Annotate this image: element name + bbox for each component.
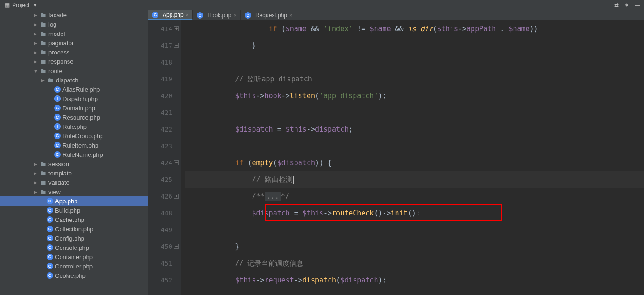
close-icon[interactable]: × xyxy=(186,12,189,18)
tree-item-facade[interactable]: ▶🖿facade xyxy=(0,10,148,20)
tree-arrow-icon[interactable]: ▶ xyxy=(34,22,39,27)
tree-arrow-icon[interactable]: ▶ xyxy=(34,13,39,18)
code-line[interactable]: // 记录当前调度信息 xyxy=(185,255,644,272)
tab-hook-php[interactable]: CHook.php× xyxy=(193,10,241,20)
code-line[interactable] xyxy=(185,54,644,71)
fold-collapse-icon[interactable]: − xyxy=(174,43,179,48)
code-line[interactable]: // 路由检测 xyxy=(185,171,644,188)
code-line[interactable]: if ($name && 'index' != $name && is_dir(… xyxy=(185,20,644,37)
php-file-icon: C xyxy=(54,86,61,93)
gear-icon[interactable]: ✶ xyxy=(624,2,629,8)
tree-item-label: Cache.php xyxy=(55,216,84,223)
folder-icon: 🖿 xyxy=(39,39,47,47)
line-number: 448 xyxy=(148,205,172,221)
tree-arrow-icon[interactable]: ▶ xyxy=(34,189,39,194)
tree-arrow-icon[interactable]: ▶ xyxy=(34,40,39,46)
tree-arrow-icon[interactable]: ▶ xyxy=(34,50,39,55)
tree-item-aliasrule-php[interactable]: CAliasRule.php xyxy=(0,85,148,94)
settings-icon[interactable]: ⇄ xyxy=(614,2,619,8)
tree-item-cache-php[interactable]: CCache.php xyxy=(0,215,148,224)
tree-item-label: model xyxy=(48,30,65,37)
tree-item-process[interactable]: ▶🖿process xyxy=(0,47,148,57)
tab-request-php[interactable]: CRequest.php× xyxy=(241,10,297,20)
code-line[interactable]: /**...*/ xyxy=(185,188,644,205)
tree-item-label: Controller.php xyxy=(55,263,93,270)
tree-item-label: Container.php xyxy=(55,254,93,261)
tree-item-collection-php[interactable]: CCollection.php xyxy=(0,224,148,234)
fold-collapse-icon[interactable]: − xyxy=(174,160,179,165)
tree-item-validate[interactable]: ▶🖿validate xyxy=(0,178,148,187)
code-editor[interactable]: 414+417−418419420421422423424−425426+448… xyxy=(148,20,644,295)
fold-collapse-icon[interactable]: − xyxy=(174,244,179,249)
tree-item-session[interactable]: ▶🖿session xyxy=(0,159,148,168)
code-line[interactable]: } xyxy=(185,37,644,54)
fold-expand-icon[interactable]: + xyxy=(174,26,179,31)
tree-item-ruleitem-php[interactable]: CRuleItem.php xyxy=(0,141,148,150)
tree-item-domain-php[interactable]: CDomain.php xyxy=(0,103,148,113)
code-line[interactable]: $this->hook->listen('app_dispatch'); xyxy=(185,87,644,104)
fold-expand-icon[interactable]: + xyxy=(174,194,179,199)
tree-item-resource-php[interactable]: CResource.php xyxy=(0,113,148,122)
line-number: 417− xyxy=(148,37,172,54)
tree-item-rulegroup-php[interactable]: CRuleGroup.php xyxy=(0,131,148,141)
php-file-icon: C xyxy=(197,12,203,19)
code-line[interactable]: $dispatch = $this->routeCheck()->init(); xyxy=(185,205,644,221)
tree-item-build-php[interactable]: CBuild.php xyxy=(0,206,148,215)
line-number: 424− xyxy=(148,154,172,171)
code-line[interactable] xyxy=(185,104,644,121)
tree-item-response[interactable]: ▶🖿response xyxy=(0,57,148,66)
close-icon[interactable]: × xyxy=(289,13,292,18)
code-line[interactable] xyxy=(185,138,644,154)
php-file-icon: C xyxy=(47,235,53,241)
tree-item-log[interactable]: ▶🖿log xyxy=(0,20,148,29)
collapse-icon[interactable]: — xyxy=(635,2,640,8)
code-line[interactable]: $dispatch = $this->dispatch; xyxy=(185,121,644,138)
tree-arrow-icon[interactable]: ▶ xyxy=(41,78,47,83)
tree-item-view[interactable]: ▶🖿view xyxy=(0,187,148,196)
line-number: 451 xyxy=(148,255,172,272)
tree-item-label: view xyxy=(48,188,61,195)
code-line[interactable] xyxy=(185,288,644,295)
line-number: 421 xyxy=(148,104,172,121)
tree-item-template[interactable]: ▶🖿template xyxy=(0,168,148,178)
tree-item-label: paginator xyxy=(48,40,74,47)
tree-item-route[interactable]: ▼🖿route xyxy=(0,66,148,75)
tree-arrow-icon[interactable]: ▶ xyxy=(34,59,39,64)
tree-item-container-php[interactable]: CContainer.php xyxy=(0,252,148,261)
tree-arrow-icon[interactable]: ▶ xyxy=(34,31,39,36)
php-file-icon: C xyxy=(152,12,158,18)
tree-item-config-php[interactable]: CConfig.php xyxy=(0,234,148,243)
tree-arrow-icon[interactable]: ▶ xyxy=(34,161,39,167)
code-line[interactable]: $this->request->dispatch($dispatch); xyxy=(185,272,644,288)
code-line[interactable]: // 监听app_dispatch xyxy=(185,71,644,87)
tree-item-paginator[interactable]: ▶🖿paginator xyxy=(0,38,148,47)
project-sidebar[interactable]: ▶🖿facade▶🖿log▶🖿model▶🖿paginator▶🖿process… xyxy=(0,10,148,295)
tree-item-rulename-php[interactable]: CRuleName.php xyxy=(0,150,148,159)
tree-arrow-icon[interactable]: ▶ xyxy=(34,180,39,185)
tree-item-label: AliasRule.php xyxy=(62,86,100,93)
code-line[interactable]: if (empty($dispatch)) { xyxy=(185,154,644,171)
line-number: 420 xyxy=(148,87,172,104)
tab-app-php[interactable]: CApp.php× xyxy=(148,10,193,20)
tree-item-rule-php[interactable]: IRule.php xyxy=(0,122,148,131)
tree-item-label: log xyxy=(48,21,56,28)
tree-item-console-php[interactable]: CConsole.php xyxy=(0,243,148,252)
code-line[interactable]: } xyxy=(185,238,644,255)
line-number: 418 xyxy=(148,54,172,71)
tree-arrow-icon[interactable]: ▼ xyxy=(34,68,39,74)
tree-item-model[interactable]: ▶🖿model xyxy=(0,29,148,38)
tree-item-dispatch-php[interactable]: IDispatch.php xyxy=(0,94,148,103)
code-content[interactable]: if ($name && 'index' != $name && is_dir(… xyxy=(181,20,644,295)
tree-item-controller-php[interactable]: CController.php xyxy=(0,261,148,271)
tree-item-label: Rule.php xyxy=(62,123,87,130)
project-label[interactable]: Project xyxy=(12,2,29,8)
tree-arrow-icon[interactable]: ▶ xyxy=(34,171,39,176)
chevron-down-icon[interactable]: ▼ xyxy=(33,3,37,7)
tree-item-cookie-php[interactable]: CCookie.php xyxy=(0,271,148,280)
code-line[interactable] xyxy=(185,221,644,238)
close-icon[interactable]: × xyxy=(234,13,237,18)
tree-item-app-php[interactable]: CApp.php xyxy=(0,196,148,206)
line-gutter: 414+417−418419420421422423424−425426+448… xyxy=(148,20,181,295)
tree-item-dispatch[interactable]: ▶🖿dispatch xyxy=(0,75,148,85)
tree-item-label: validate xyxy=(48,179,69,186)
